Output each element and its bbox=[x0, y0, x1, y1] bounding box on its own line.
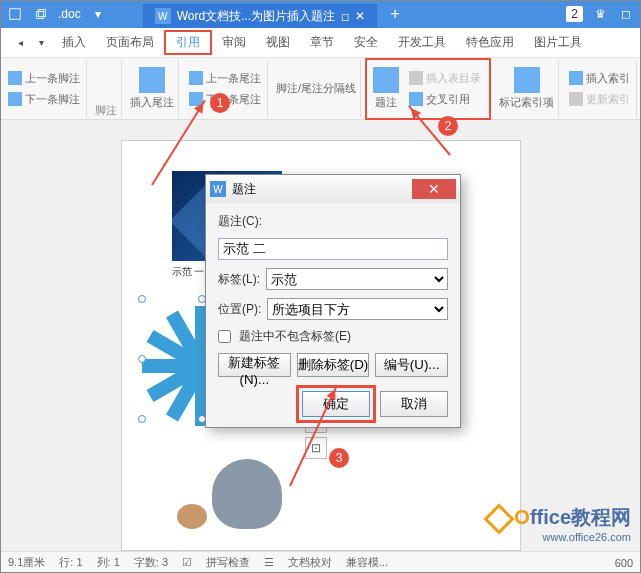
statusbar: 9.1厘米 行: 1 列: 1 字数: 3 ☑ 拼写检查 ☰ 文档校对 兼容模.… bbox=[0, 551, 641, 573]
annotation-marker-2: 2 bbox=[438, 116, 458, 136]
status-line[interactable]: 行: 1 bbox=[59, 555, 82, 570]
restore-icon[interactable] bbox=[32, 5, 50, 23]
dialog-title: 题注 bbox=[232, 181, 256, 198]
tab-title: Word文档技...为图片插入题注 bbox=[177, 8, 335, 25]
doccheck-icon[interactable]: ☰ bbox=[264, 556, 274, 569]
prev-endnote-icon bbox=[189, 71, 203, 85]
watermark: Office教程网 www.office26.com bbox=[488, 504, 631, 543]
status-zoom[interactable]: 600 bbox=[615, 557, 633, 569]
spellcheck-icon[interactable]: ☑ bbox=[182, 556, 192, 569]
footnote-group-label: 脚注 bbox=[95, 103, 117, 118]
numbering-button[interactable]: 编号(U)... bbox=[375, 353, 448, 377]
dialog-app-icon: W bbox=[210, 181, 226, 197]
prev-endnote-button[interactable]: 上一条尾注 bbox=[187, 69, 263, 88]
word-doc-icon: W bbox=[155, 8, 171, 24]
document-tab[interactable]: W Word文档技...为图片插入题注 ◻ ✕ bbox=[143, 4, 377, 28]
next-footnote-button[interactable]: 下一条脚注 bbox=[6, 90, 82, 109]
prev-footnote-icon bbox=[8, 71, 22, 85]
insert-index-icon bbox=[569, 71, 583, 85]
selection-handle[interactable] bbox=[138, 355, 146, 363]
status-doccheck[interactable]: 文档校对 bbox=[288, 555, 332, 570]
menu-chapter[interactable]: 章节 bbox=[300, 28, 344, 57]
menubar: ◂ ▾ 插入 页面布局 引用 审阅 视图 章节 安全 开发工具 特色应用 图片工… bbox=[0, 28, 641, 58]
status-wordcount[interactable]: 字数: 3 bbox=[134, 555, 168, 570]
label-field-label: 标签(L): bbox=[218, 271, 260, 288]
caption-field-label: 题注(C): bbox=[218, 213, 262, 230]
crown-icon[interactable]: ♛ bbox=[591, 5, 609, 23]
prev-footnote-button[interactable]: 上一条脚注 bbox=[6, 69, 82, 88]
ribbon: 上一条脚注 下一条脚注 脚注 插入尾注 上一条尾注 下一条尾注 脚注/尾注分隔线… bbox=[0, 58, 641, 120]
menu-special[interactable]: 特色应用 bbox=[456, 28, 524, 57]
titlebar: .doc ▾ W Word文档技...为图片插入题注 ◻ ✕ + 2 ♛ ◻ bbox=[0, 0, 641, 28]
insert-index-button[interactable]: 插入索引 bbox=[567, 69, 632, 88]
annotation-marker-3: 3 bbox=[329, 448, 349, 468]
menu-dropdown-icon[interactable]: ▾ bbox=[31, 28, 52, 57]
new-tab-button[interactable]: + bbox=[385, 4, 405, 24]
position-field-label: 位置(P): bbox=[218, 301, 261, 318]
selection-handle[interactable] bbox=[138, 295, 146, 303]
caption-button[interactable]: 题注 bbox=[369, 60, 403, 118]
menu-review[interactable]: 审阅 bbox=[212, 28, 256, 57]
caption-icon bbox=[373, 67, 399, 93]
doc-ext-label: .doc bbox=[58, 7, 81, 21]
annotation-marker-1: 1 bbox=[210, 93, 230, 113]
insert-endnote-icon bbox=[139, 67, 165, 93]
tab-close-icon[interactable]: ✕ bbox=[355, 9, 365, 23]
menu-picture-tools[interactable]: 图片工具 bbox=[524, 28, 592, 57]
svg-rect-0 bbox=[10, 9, 21, 20]
sample-image-2[interactable]: ▦ ▤ ◪ ⊡ bbox=[172, 449, 292, 539]
status-column[interactable]: 列: 1 bbox=[97, 555, 120, 570]
dialog-close-button[interactable]: ✕ bbox=[412, 179, 456, 199]
notification-badge[interactable]: 2 bbox=[566, 6, 583, 22]
menu-security[interactable]: 安全 bbox=[344, 28, 388, 57]
insert-endnote-button[interactable]: 插入尾注 bbox=[126, 60, 179, 118]
separator-line-button[interactable]: 脚注/尾注分隔线 bbox=[272, 60, 361, 118]
dropdown-icon[interactable]: ▾ bbox=[89, 5, 107, 23]
toc-icon bbox=[409, 71, 423, 85]
new-label-button[interactable]: 新建标签(N)... bbox=[218, 353, 291, 377]
selection-handle[interactable] bbox=[138, 415, 146, 423]
cancel-button[interactable]: 取消 bbox=[380, 391, 448, 417]
delete-label-button[interactable]: 删除标签(D) bbox=[297, 353, 370, 377]
label-select[interactable]: 示范 bbox=[266, 268, 448, 290]
status-compat[interactable]: 兼容模... bbox=[346, 555, 388, 570]
caption-input[interactable] bbox=[218, 238, 448, 260]
menu-dev-tools[interactable]: 开发工具 bbox=[388, 28, 456, 57]
dialog-titlebar[interactable]: W 题注 ✕ bbox=[206, 175, 460, 203]
update-index-icon bbox=[569, 92, 583, 106]
status-spellcheck[interactable]: 拼写检查 bbox=[206, 555, 250, 570]
exclude-label-text: 题注中不包含标签(E) bbox=[239, 328, 351, 345]
status-position[interactable]: 9.1厘米 bbox=[8, 555, 45, 570]
mark-index-button[interactable]: 标记索引项 bbox=[495, 60, 559, 118]
mark-index-icon bbox=[514, 67, 540, 93]
svg-rect-1 bbox=[37, 11, 44, 18]
watermark-brand: ffice bbox=[530, 506, 571, 528]
menu-page-layout[interactable]: 页面布局 bbox=[96, 28, 164, 57]
position-select[interactable]: 所选项目下方 bbox=[267, 298, 448, 320]
menu-references[interactable]: 引用 bbox=[164, 30, 212, 55]
menu-view[interactable]: 视图 bbox=[256, 28, 300, 57]
window-icon[interactable]: ◻ bbox=[617, 5, 635, 23]
menu-back-icon[interactable]: ◂ bbox=[10, 28, 31, 57]
menu-insert[interactable]: 插入 bbox=[52, 28, 96, 57]
titlebar-icon bbox=[6, 5, 24, 23]
watermark-url: www.office26.com bbox=[488, 531, 631, 543]
svg-rect-2 bbox=[38, 10, 45, 17]
cross-reference-button[interactable]: 交叉引用 bbox=[407, 90, 483, 109]
tab-pin-icon[interactable]: ◻ bbox=[341, 11, 349, 22]
next-footnote-icon bbox=[8, 92, 22, 106]
insert-table-figures-button[interactable]: 插入表目录 bbox=[407, 69, 483, 88]
exclude-label-checkbox[interactable] bbox=[218, 330, 231, 343]
update-index-button[interactable]: 更新索引 bbox=[567, 90, 632, 109]
watermark-logo-icon bbox=[484, 503, 515, 534]
